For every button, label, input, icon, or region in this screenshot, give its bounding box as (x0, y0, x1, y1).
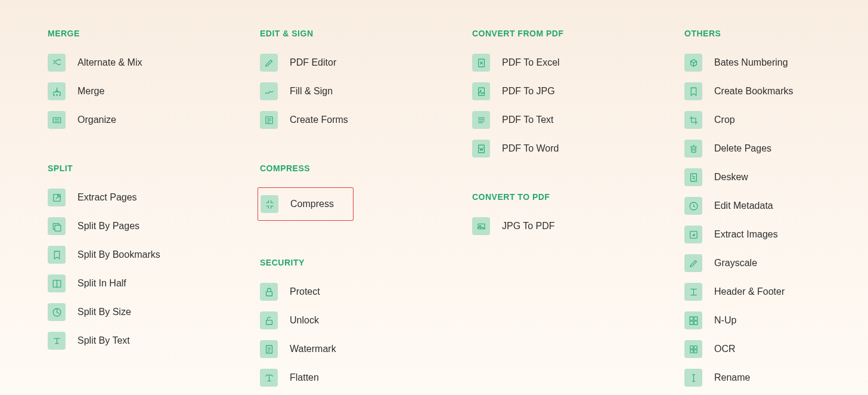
tool-item[interactable]: Fill & Sign (260, 82, 333, 100)
delete-pages-icon (684, 140, 702, 158)
split-bookmarks-icon (48, 246, 66, 264)
tool-item[interactable]: Create Forms (260, 111, 348, 129)
tool-item[interactable]: Alternate & Mix (48, 54, 142, 72)
tool-item[interactable]: PDF To JPG (472, 82, 555, 100)
svg-rect-24 (690, 321, 693, 325)
merge-icon (48, 82, 66, 100)
section: CONVERT TO PDFJPG To PDF (472, 192, 684, 246)
tool-item-label: Split By Pages (78, 221, 140, 232)
tool-item[interactable]: Create Bookmarks (684, 82, 793, 100)
tool-item-label: Create Forms (290, 115, 348, 125)
svg-point-0 (53, 94, 54, 95)
tool-item-label: PDF To Excel (502, 57, 560, 68)
svg-rect-11 (266, 320, 272, 324)
tool-item-label: PDF Editor (290, 57, 336, 68)
tool-item[interactable]: Extract Pages (48, 189, 137, 206)
tool-item[interactable]: PDF Editor (260, 54, 336, 72)
svg-rect-3 (53, 118, 61, 123)
extract-pages-icon (48, 189, 66, 206)
tool-item[interactable]: Split By Pages (48, 217, 140, 235)
tool-item-label: Split By Size (78, 307, 131, 317)
section: MERGEAlternate & MixMergeOrganize (48, 29, 260, 140)
tool-item[interactable]: Grayscale (684, 254, 757, 272)
tool-item[interactable]: Crop (684, 111, 735, 129)
tool-item[interactable]: Watermark (260, 340, 336, 358)
split-text-icon (48, 332, 66, 350)
tool-item-label: Delete Pages (714, 143, 771, 154)
tool-item-label: PDF To Word (502, 143, 559, 154)
section-title: SPLIT (48, 163, 260, 173)
section: OTHERSBates NumberingCreate BookmarksCro… (684, 29, 868, 395)
tool-item[interactable]: Edit Metadata (684, 197, 773, 215)
svg-rect-27 (694, 345, 697, 348)
unlock-icon (260, 311, 278, 329)
tool-item-label: Watermark (290, 344, 336, 354)
tool-item-label: Merge (78, 86, 104, 97)
tool-item[interactable]: Header & Footer (684, 283, 785, 301)
svg-point-2 (59, 94, 60, 95)
tool-item[interactable]: Split By Size (48, 303, 131, 321)
svg-rect-25 (694, 321, 698, 325)
svg-rect-23 (694, 317, 698, 320)
tool-item[interactable]: Merge (48, 82, 104, 100)
fill-sign-icon (260, 82, 278, 100)
tool-item[interactable]: N-Up (684, 311, 736, 329)
tool-item[interactable]: Split By Text (48, 332, 130, 350)
tool-item-label: Split In Half (78, 278, 126, 289)
tool-item[interactable]: Split By Bookmarks (48, 246, 160, 264)
organize-icon (48, 111, 66, 129)
section: SECURITYProtectUnlockWatermarkFlatten (260, 258, 472, 395)
bates-icon (684, 54, 702, 72)
svg-rect-19 (690, 174, 696, 181)
tool-item-label: Create Bookmarks (714, 86, 793, 97)
column-2: CONVERT FROM PDFPDF To ExcelPDF To JPGPD… (472, 29, 684, 395)
tool-item[interactable]: Compress (258, 187, 354, 221)
create-forms-icon (260, 111, 278, 129)
tool-item[interactable]: Rename (684, 369, 750, 387)
tool-item[interactable]: Bates Numbering (684, 54, 788, 72)
section-title: CONVERT TO PDF (472, 192, 684, 202)
jpg-to-pdf-icon (472, 217, 490, 235)
tool-item[interactable]: Organize (48, 111, 116, 129)
header-footer-icon (684, 283, 702, 301)
section-title: EDIT & SIGN (260, 29, 472, 38)
tool-item[interactable]: Flatten (260, 369, 319, 387)
tool-item-label: Flatten (290, 372, 319, 383)
tool-item-label: Unlock (290, 315, 319, 326)
tool-item-label: Crop (714, 115, 735, 125)
tool-item[interactable]: Extract Images (684, 226, 778, 243)
tool-item-label: Organize (78, 115, 116, 125)
tool-item[interactable]: OCR (684, 340, 736, 358)
tool-item[interactable]: Split In Half (48, 274, 126, 292)
tool-item-label: JPG To PDF (502, 221, 555, 232)
tool-item[interactable]: PDF To Word (472, 140, 559, 158)
tool-item-label: Bates Numbering (714, 57, 788, 68)
column-0: MERGEAlternate & MixMergeOrganizeSPLITEx… (48, 29, 260, 395)
column-3: OTHERSBates NumberingCreate BookmarksCro… (684, 29, 868, 395)
section: CONVERT FROM PDFPDF To ExcelPDF To JPGPD… (472, 29, 684, 168)
tool-item-label: Header & Footer (714, 286, 785, 297)
svg-rect-10 (266, 291, 272, 295)
svg-point-18 (479, 225, 480, 226)
extract-images-icon (684, 226, 702, 243)
tool-item-label: Alternate & Mix (78, 57, 142, 68)
watermark-icon (260, 340, 278, 358)
tool-item[interactable]: PDF To Text (472, 111, 554, 129)
tool-item-label: Protect (290, 286, 320, 297)
svg-rect-14 (478, 88, 484, 95)
section-title: MERGE (48, 29, 260, 38)
split-size-icon (48, 303, 66, 321)
to-text-icon (472, 111, 490, 129)
column-1: EDIT & SIGNPDF EditorFill & SignCreate F… (260, 29, 472, 395)
tool-item[interactable]: PDF To Excel (472, 54, 560, 72)
tool-item[interactable]: Delete Pages (684, 140, 771, 158)
tool-item-label: Extract Pages (78, 192, 137, 203)
tool-item-label: Split By Bookmarks (78, 249, 160, 260)
svg-rect-28 (690, 350, 693, 353)
tool-item[interactable]: JPG To PDF (472, 217, 555, 235)
tool-item[interactable]: Unlock (260, 311, 319, 329)
tool-item[interactable]: Protect (260, 283, 320, 301)
tool-item-label: Grayscale (714, 258, 757, 269)
tool-item[interactable]: Deskew (684, 168, 748, 186)
tool-item-label: PDF To Text (502, 115, 554, 125)
